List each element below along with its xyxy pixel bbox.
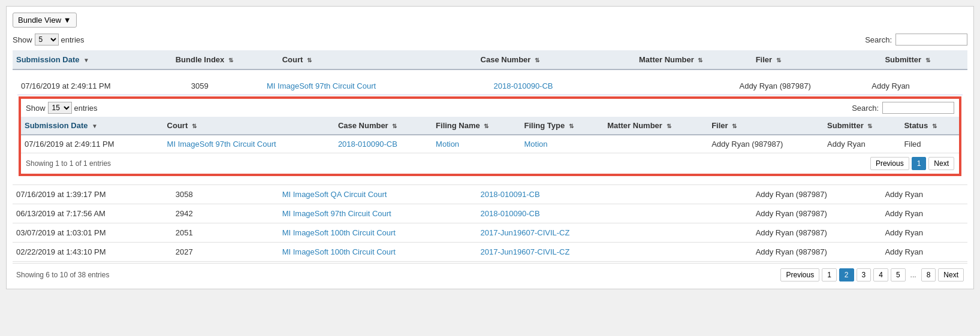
inner-col-submission-date[interactable]: Submission Date ▼ xyxy=(21,117,164,135)
sort-arrow-matter-number: ⇅ xyxy=(698,57,702,63)
inner-row1-case-number-link[interactable]: 2018-010090-CB xyxy=(338,140,397,149)
outer-row3-case-number-link[interactable]: 2018-010090-CB xyxy=(481,209,540,218)
outer-page-1-button[interactable]: 1 xyxy=(822,268,837,281)
inner-showing-text: Showing 1 to 1 of 1 entries xyxy=(26,159,111,168)
sort-arrow-bundle-index: ⇅ xyxy=(228,57,233,63)
outer-row5-submission-date: 02/22/2019 at 1:43:10 PM xyxy=(13,243,172,262)
outer-table-row-5[interactable]: 02/22/2019 at 1:43:10 PM 2027 MI ImageSo… xyxy=(13,243,967,262)
outer-row2-filer: Addy Ryan (987987) xyxy=(752,185,882,204)
outer-row3-court-link[interactable]: MI ImageSoft 97th Circuit Court xyxy=(282,209,391,218)
outer-table-row-2[interactable]: 07/16/2019 at 1:39:17 PM 3058 MI ImageSo… xyxy=(13,185,967,204)
outer-pagination: Previous 1 2 3 4 5 ... 8 Next xyxy=(780,268,964,281)
outer-row1-matter-number xyxy=(641,77,736,95)
inner-panel-border: Show 15 5 10 25 entries xyxy=(20,98,960,175)
inner-row1-court-link[interactable]: MI ImageSoft 97th Circuit Court xyxy=(167,140,276,149)
outer-row2-matter-number xyxy=(635,185,752,204)
outer-table-head: Submission Date ▼ Bundle Index ⇅ Court ⇅… xyxy=(13,50,967,69)
inner-header-row: Submission Date ▼ Court ⇅ xyxy=(21,117,959,135)
outer-row4-matter-number xyxy=(635,223,752,243)
inner-row1-status: Filed xyxy=(900,135,959,153)
inner-expanded-panel: Show 15 5 10 25 entries xyxy=(19,96,961,176)
outer-row5-case-number: 2017-Jun19607-CIVIL-CZ xyxy=(477,243,635,262)
outer-page-4-button[interactable]: 4 xyxy=(873,268,888,281)
outer-col-submission-date[interactable]: Submission Date ▼ xyxy=(13,50,172,69)
inner-col-filer[interactable]: Filer ⇅ xyxy=(708,117,824,135)
outer-previous-button[interactable]: Previous xyxy=(780,268,819,281)
outer-row2-court-link[interactable]: MI ImageSoft QA Circuit Court xyxy=(282,190,387,199)
inner-search-input[interactable] xyxy=(882,102,954,114)
bundle-view-button[interactable]: Bundle View ▼ xyxy=(13,13,77,28)
outer-page-3-button[interactable]: 3 xyxy=(857,268,872,281)
outer-col-matter-number[interactable]: Matter Number ⇅ xyxy=(635,50,752,69)
inner-row1-submission-date: 07/16/2019 at 2:49:11 PM xyxy=(21,135,164,153)
outer-page-8-button[interactable]: 8 xyxy=(921,268,936,281)
outer-next-button[interactable]: Next xyxy=(938,268,964,281)
inner-col-court[interactable]: Court ⇅ xyxy=(164,117,334,135)
inner-show-entries-left: Show 15 5 10 25 entries xyxy=(26,102,98,114)
inner-search-area: Search: xyxy=(852,102,954,114)
outer-col-bundle-index[interactable]: Bundle Index ⇅ xyxy=(172,50,279,69)
outer-row5-case-number-link[interactable]: 2017-Jun19607-CIVIL-CZ xyxy=(481,247,570,256)
outer-row1-court-link[interactable]: MI ImageSoft 97th Circuit Court xyxy=(267,81,376,90)
outer-row5-matter-number xyxy=(635,243,752,262)
outer-page-5-button[interactable]: 5 xyxy=(891,268,906,281)
outer-row4-court-link[interactable]: MI ImageSoft 100th Circuit Court xyxy=(282,228,396,237)
outer-entries-select[interactable]: 5 10 15 25 xyxy=(35,34,59,46)
inner-col-status[interactable]: Status ⇅ xyxy=(900,117,959,135)
inner-table-row[interactable]: 07/16/2019 at 2:49:11 PM MI ImageSoft 97… xyxy=(21,135,959,153)
outer-row4-case-number-link[interactable]: 2017-Jun19607-CIVIL-CZ xyxy=(481,228,570,237)
outer-col-court[interactable]: Court ⇅ xyxy=(279,50,477,69)
outer-search-input[interactable] xyxy=(895,34,967,46)
outer-show-label: Show xyxy=(13,35,32,44)
outer-show-entries-left: Show 5 10 15 25 entries xyxy=(13,34,85,46)
outer-row1-filer: Addy Ryan (987987) xyxy=(735,77,868,95)
outer-col-case-number[interactable]: Case Number ⇅ xyxy=(477,50,635,69)
outer-table-row-4[interactable]: 03/07/2019 at 1:03:01 PM 2051 MI ImageSo… xyxy=(13,223,967,243)
inner-page-1-button[interactable]: 1 xyxy=(912,157,927,170)
outer-header-row: Submission Date ▼ Bundle Index ⇅ Court ⇅… xyxy=(13,50,967,69)
inner-next-button[interactable]: Next xyxy=(928,157,954,170)
outer-entries-label: entries xyxy=(61,35,85,44)
inner-col-submitter[interactable]: Submitter ⇅ xyxy=(824,117,900,135)
inner-show-label: Show xyxy=(26,104,46,113)
inner-row1-filing-type-link[interactable]: Motion xyxy=(524,140,548,149)
inner-col-filing-type[interactable]: Filing Type ⇅ xyxy=(521,117,604,135)
outer-col-submitter[interactable]: Submitter ⇅ xyxy=(881,50,967,69)
outer-row4-submitter: Addy Ryan xyxy=(881,223,967,243)
sort-arrow-submitter: ⇅ xyxy=(925,57,930,63)
outer-table-row-3[interactable]: 06/13/2019 at 7:17:56 AM 2942 MI ImageSo… xyxy=(13,204,967,223)
main-container: Bundle View ▼ Show 5 10 15 25 entries Se… xyxy=(6,6,974,289)
inner-table-head: Submission Date ▼ Court ⇅ xyxy=(21,117,959,135)
inner-row1-submitter: Addy Ryan xyxy=(824,135,900,153)
outer-page-2-button[interactable]: 2 xyxy=(839,268,854,281)
inner-row1-filing-name: Motion xyxy=(432,135,520,153)
sort-arrow-submission-date: ▼ xyxy=(83,57,89,63)
outer-row1-submission-date: 07/16/2019 at 2:49:11 PM xyxy=(17,77,188,95)
inner-pagination: Previous 1 Next xyxy=(870,157,954,170)
sort-arrow-case-number: ⇅ xyxy=(535,57,539,63)
inner-col-matter-number[interactable]: Matter Number ⇅ xyxy=(604,117,708,135)
outer-table-row-expanded[interactable]: 07/16/2019 at 2:49:11 PM 3059 MI ImageSo… xyxy=(13,69,967,185)
outer-col-filer[interactable]: Filer ⇅ xyxy=(752,50,882,69)
inner-entries-label: entries xyxy=(74,104,98,113)
outer-row3-filer: Addy Ryan (987987) xyxy=(752,204,882,223)
outer-pagination-ellipsis: ... xyxy=(908,269,919,281)
outer-row1-case-number-link[interactable]: 2018-010090-CB xyxy=(493,81,553,90)
inner-col-filing-name[interactable]: Filing Name ⇅ xyxy=(432,117,520,135)
outer-row2-submission-date: 07/16/2019 at 1:39:17 PM xyxy=(13,185,172,204)
outer-showing-text: Showing 6 to 10 of 38 entries xyxy=(16,271,109,279)
sort-arrow-filer: ⇅ xyxy=(776,57,781,63)
outer-row2-case-number-link[interactable]: 2018-010091-CB xyxy=(481,190,540,199)
outer-row4-bundle-index: 2051 xyxy=(172,223,279,243)
outer-row5-court-link[interactable]: MI ImageSoft 100th Circuit Court xyxy=(282,247,396,256)
outer-row3-submission-date: 06/13/2019 at 7:17:56 AM xyxy=(13,204,172,223)
inner-row1-filing-name-link[interactable]: Motion xyxy=(436,140,459,149)
outer-table-body: 07/16/2019 at 2:49:11 PM 3059 MI ImageSo… xyxy=(13,69,967,262)
inner-table-body: 07/16/2019 at 2:49:11 PM MI ImageSoft 97… xyxy=(21,135,959,153)
inner-entries-select[interactable]: 15 5 10 25 xyxy=(48,102,72,114)
outer-row-1-data[interactable]: 07/16/2019 at 2:49:11 PM 3059 MI ImageSo… xyxy=(17,77,963,95)
inner-row1-case-number: 2018-010090-CB xyxy=(334,135,432,153)
inner-previous-button[interactable]: Previous xyxy=(870,157,909,170)
outer-row5-submitter: Addy Ryan xyxy=(881,243,967,262)
inner-col-case-number[interactable]: Case Number ⇅ xyxy=(334,117,432,135)
